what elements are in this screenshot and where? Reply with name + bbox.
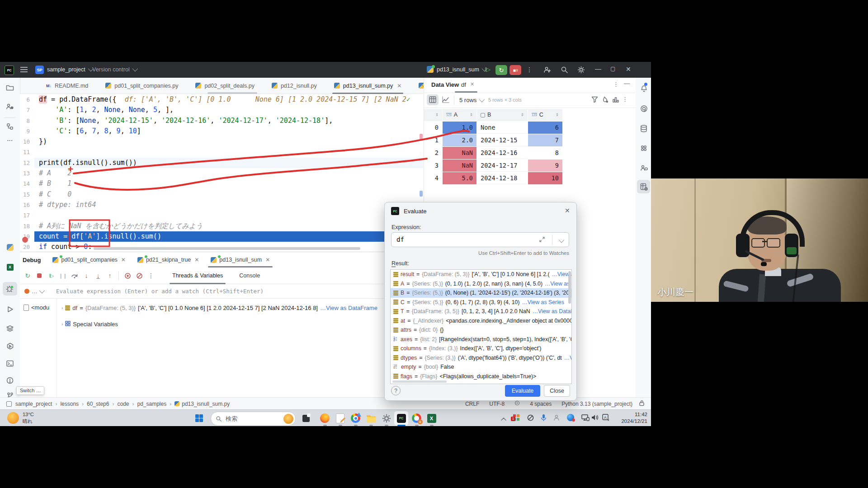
pause-icon[interactable]: ❙❙ bbox=[58, 271, 68, 281]
column-header-C[interactable]: 123C⇕ bbox=[528, 109, 562, 121]
frame-item[interactable]: <modu bbox=[24, 304, 49, 311]
taskbar-clock[interactable]: 11:422024/12/21 bbox=[616, 411, 647, 425]
force-step-into-icon[interactable]: ↓ bbox=[93, 271, 103, 281]
data-view-toolwindow-icon[interactable] bbox=[638, 181, 649, 192]
debug-toolbar-more-icon[interactable]: ⋮ bbox=[146, 271, 156, 281]
table-row[interactable]: 3NaN2024-12-179 bbox=[424, 160, 562, 172]
search-icon[interactable] bbox=[561, 66, 568, 75]
result-row-columns[interactable]: columns={Index: (3,)}Index(['A', 'B', 'C… bbox=[391, 344, 571, 353]
onenote-tray-icon[interactable] bbox=[527, 414, 534, 422]
structure-icon[interactable] bbox=[5, 121, 15, 132]
status-widgets[interactable]: CRLFUTF-84 spacesPython 3.13 (sample_pro… bbox=[465, 400, 632, 407]
search-input[interactable]: 検索 bbox=[211, 412, 296, 426]
editor-tab-pd01_split_companies.py[interactable]: pd01_split_companies.py bbox=[105, 78, 178, 94]
breadcrumb-item[interactable]: sample_project bbox=[15, 401, 52, 407]
status-item[interactable]: Python 3.13 (sample_project) bbox=[561, 401, 632, 407]
breadcrumb-item[interactable]: code bbox=[117, 401, 129, 407]
result-row-at[interactable]: at={_AtIndexer}<pandas.core.indexing._At… bbox=[391, 316, 571, 326]
sort-icon[interactable]: ⇕ bbox=[520, 109, 524, 121]
sort-icon[interactable]: ⇕ bbox=[435, 109, 439, 121]
run-play-icon[interactable] bbox=[5, 304, 15, 314]
result-row-B[interactable]: B={Series: (5,)}(0, None) (1, '2024-12-1… bbox=[391, 288, 571, 298]
column-chart-icon[interactable] bbox=[612, 96, 619, 104]
color-scheme-icon[interactable] bbox=[601, 96, 609, 104]
resume-icon[interactable]: ‖▷ bbox=[46, 271, 56, 281]
expand-input-icon[interactable] bbox=[539, 236, 545, 244]
contacts-tray-icon[interactable] bbox=[553, 414, 560, 422]
python-console-strip-icon[interactable] bbox=[5, 242, 15, 253]
table-view-icon[interactable] bbox=[429, 96, 436, 104]
data-view-hide-icon[interactable]: — bbox=[624, 80, 630, 87]
result-row-flags[interactable]: flags={Flags}<Flags(allows_duplicate_lab… bbox=[391, 372, 571, 381]
result-row-axes[interactable]: 1≡ 2≡axes={list: 2}[RangeIndex(start=0, … bbox=[391, 335, 571, 344]
debug-tab-pd13_isnull_sum[interactable]: pd13_isnull_sum✕ bbox=[211, 252, 270, 267]
view-as-link[interactable]: …View as Series bbox=[545, 279, 571, 289]
database-icon[interactable] bbox=[638, 123, 649, 134]
editor-tab-pd02_split_deals.py[interactable]: pd02_split_deals.py bbox=[195, 78, 255, 94]
result-row-dtypes[interactable]: dtypes={Series: (3,)}('A', dtype('float6… bbox=[391, 353, 571, 363]
mute-breakpoints-icon[interactable] bbox=[134, 271, 144, 281]
sort-icon[interactable]: ⇕ bbox=[555, 109, 559, 121]
data-view-tab-df[interactable]: df bbox=[461, 81, 466, 88]
breadcrumb-item[interactable]: 60_step6 bbox=[87, 401, 109, 407]
chrome-profile-icon[interactable]: k bbox=[411, 413, 422, 424]
data-view-toolbar-more-icon[interactable]: ⋮ bbox=[622, 96, 628, 103]
build-tool-icon[interactable] bbox=[638, 143, 649, 154]
start-button[interactable] bbox=[193, 413, 205, 424]
run-config-selector[interactable]: pd13_isnull_sum bbox=[437, 66, 486, 73]
breadcrumb-item[interactable]: pd_samples bbox=[137, 401, 166, 407]
rerun-debug-icon[interactable]: ↻ bbox=[23, 271, 33, 281]
problems-icon[interactable] bbox=[5, 375, 15, 386]
weather-sun-icon[interactable] bbox=[7, 412, 19, 424]
view-as-link[interactable]: …View as DataFrame bbox=[533, 307, 571, 316]
editor-tab-pd13_isnull_sum.py[interactable]: pd13_isnull_sum.py✕ bbox=[334, 78, 402, 94]
excel-icon[interactable]: X bbox=[426, 413, 437, 424]
special-variables-row[interactable]: › Special Variables bbox=[61, 321, 118, 328]
view-as-link[interactable]: …View as Series bbox=[564, 353, 571, 363]
ime-language-tray-icon[interactable]: A bbox=[602, 414, 610, 423]
firefox-icon[interactable] bbox=[319, 413, 330, 424]
tab-close-icon[interactable]: ✕ bbox=[265, 257, 270, 263]
watch-input-row[interactable]: … Evaluate expression (Enter) or add a w… bbox=[20, 284, 424, 299]
weather-widget[interactable]: 13°C晴れ bbox=[23, 411, 34, 425]
result-row-result[interactable]: result={DataFrame: (5, 3)}['A', 'B', 'C'… bbox=[391, 270, 571, 279]
table-row[interactable]: 12.02024-12-157 bbox=[424, 134, 562, 146]
data-view-tab-close-icon[interactable]: ✕ bbox=[470, 81, 474, 87]
stop-button[interactable]: ■3 bbox=[509, 65, 521, 75]
close-button[interactable]: Close bbox=[544, 385, 570, 397]
speaker-tray-icon[interactable] bbox=[591, 414, 599, 422]
rows-dropdown[interactable]: 5 rows bbox=[459, 97, 483, 103]
tab-close-icon[interactable]: ✕ bbox=[397, 83, 401, 89]
close-window-icon[interactable]: ✕ bbox=[626, 66, 631, 73]
more-toolwindows-icon[interactable]: ··· bbox=[5, 135, 15, 145]
lock-icon[interactable] bbox=[639, 400, 645, 408]
table-row[interactable]: 45.02024-12-1810 bbox=[424, 172, 562, 184]
data-view-more-icon[interactable]: ⋮ bbox=[613, 81, 619, 88]
view-as-link[interactable]: …View as Series bbox=[522, 298, 564, 307]
editor-tab-pd12_isnull.py[interactable]: pd12_isnull.py bbox=[272, 78, 317, 94]
view-breakpoints-icon[interactable] bbox=[123, 271, 132, 281]
evaluate-button[interactable]: Evaluate bbox=[505, 385, 540, 397]
debug-tab-pd21_skipna_true[interactable]: pd21_skipna_true✕ bbox=[137, 252, 199, 267]
version-control-menu[interactable]: Version control bbox=[92, 66, 137, 73]
breadcrumb-item[interactable]: lessons bbox=[60, 401, 79, 407]
step-into-icon[interactable]: ↓ bbox=[81, 271, 91, 281]
expression-input[interactable]: df bbox=[391, 232, 569, 247]
step-out-icon[interactable]: ↑ bbox=[105, 271, 115, 281]
filter-icon[interactable] bbox=[591, 96, 598, 104]
project-selector[interactable]: sample_project bbox=[47, 66, 92, 73]
resume-program-icon[interactable]: ‖▷ bbox=[485, 66, 490, 73]
notepad-icon[interactable] bbox=[335, 413, 346, 424]
chat-people-icon[interactable] bbox=[638, 163, 649, 174]
result-hscrollbar-thumb[interactable] bbox=[392, 380, 447, 383]
settings-icon[interactable] bbox=[381, 413, 392, 424]
chart-view-icon[interactable] bbox=[442, 96, 449, 104]
result-list[interactable]: result={DataFrame: (5, 3)}['A', 'B', 'C'… bbox=[390, 269, 572, 384]
notifications-bell-icon[interactable] bbox=[638, 83, 649, 94]
result-row-A[interactable]: A={Series: (5,)}(0, 1.0) (1, 2.0) (2, na… bbox=[391, 279, 571, 289]
main-menu-icon[interactable] bbox=[20, 66, 28, 75]
debug-bug-icon[interactable] bbox=[5, 283, 15, 294]
settings-gear-icon[interactable] bbox=[577, 66, 585, 75]
more-actions-icon[interactable]: ⋮ bbox=[526, 66, 533, 73]
task-view-icon[interactable] bbox=[300, 413, 311, 424]
